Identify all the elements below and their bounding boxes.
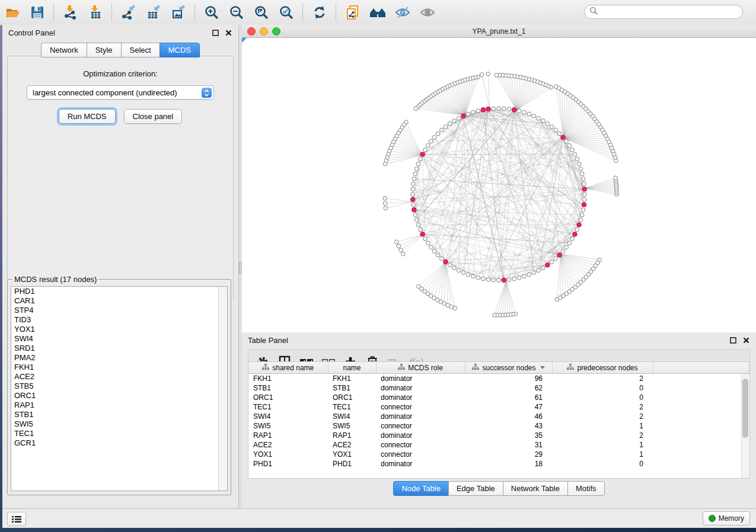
import-table-icon[interactable] xyxy=(87,4,104,21)
table-cell: dominator xyxy=(376,431,465,440)
table-cell: 2 xyxy=(552,374,653,384)
mcds-result-item[interactable]: STP4 xyxy=(11,306,227,315)
close-panel-button[interactable]: Close panel xyxy=(124,109,183,124)
table-cell: connector xyxy=(376,450,465,459)
shared-column-icon xyxy=(262,364,269,372)
table-row[interactable]: SWI4SWI4dominator462 xyxy=(248,412,749,421)
clone-network-icon[interactable] xyxy=(344,4,362,21)
column-header-name[interactable]: name xyxy=(328,362,376,374)
open-icon[interactable] xyxy=(4,4,21,21)
table-cell xyxy=(653,402,749,412)
table-row[interactable]: SWI5SWI5connector431 xyxy=(248,421,749,431)
mcds-list-scrollbar[interactable] xyxy=(218,287,227,491)
task-history-button[interactable] xyxy=(7,512,26,526)
network-canvas[interactable] xyxy=(242,38,756,333)
tab-edge-table[interactable]: Edge Table xyxy=(448,481,503,496)
mcds-result-item[interactable]: SRD1 xyxy=(11,344,227,353)
mcds-result-item[interactable]: SWI4 xyxy=(11,334,227,344)
column-header-shared-name[interactable]: shared name xyxy=(248,362,328,374)
node-table[interactable]: shared namenameMCDS rolesuccessor nodesp… xyxy=(248,361,750,479)
table-row[interactable]: RAP1RAP1dominator352 xyxy=(248,431,749,440)
table-cell: ACE2 xyxy=(328,440,376,450)
mcds-result-item[interactable]: ORC1 xyxy=(11,391,227,400)
close-panel-icon[interactable] xyxy=(742,336,750,344)
table-scrollbar[interactable] xyxy=(741,374,749,478)
table-cell: 2 xyxy=(552,402,653,412)
network-titlebar[interactable]: YPA_prune.txt_1 xyxy=(242,25,756,38)
table-row[interactable]: FKH1FKH1dominator962 xyxy=(248,374,749,384)
column-header-mcds-role[interactable]: MCDS role xyxy=(376,362,465,374)
table-row[interactable]: ORC1ORC1dominator610 xyxy=(248,393,749,402)
mcds-result-item[interactable]: ACE2 xyxy=(11,372,227,382)
mcds-result-item[interactable]: FKH1 xyxy=(11,363,227,372)
mcds-result-item[interactable]: PMA2 xyxy=(11,353,227,363)
close-panel-icon[interactable] xyxy=(224,28,232,37)
export-network-icon[interactable] xyxy=(120,4,138,21)
mcds-result-item[interactable]: STB5 xyxy=(11,382,227,391)
select-stepper-icon xyxy=(202,88,212,98)
tab-motifs[interactable]: Motifs xyxy=(567,481,605,496)
toolbar-separator xyxy=(194,4,196,21)
tab-style[interactable]: Style xyxy=(87,43,121,57)
zoom-fit-icon[interactable] xyxy=(253,4,270,21)
toolbar-separator xyxy=(111,4,113,21)
mcds-result-item[interactable]: PHD1 xyxy=(11,287,227,296)
binoculars-icon[interactable] xyxy=(369,4,387,21)
zoom-in-icon[interactable] xyxy=(203,4,221,21)
mcds-result-item[interactable]: SWI5 xyxy=(11,419,227,429)
float-panel-icon[interactable] xyxy=(211,28,219,37)
tab-select[interactable]: Select xyxy=(121,43,160,57)
zoom-selected-icon[interactable] xyxy=(277,4,295,21)
table-row[interactable]: PHD1PHD1dominator180 xyxy=(248,459,749,469)
table-row[interactable]: TEC1TEC1connector472 xyxy=(248,402,749,412)
status-bar: Memory xyxy=(2,508,756,528)
table-cell: dominator xyxy=(376,412,465,421)
mcds-result-item[interactable]: TEC1 xyxy=(11,429,227,438)
tab-network-table[interactable]: Network Table xyxy=(503,481,567,496)
run-mcds-button[interactable]: Run MCDS xyxy=(59,109,116,124)
table-scrollbar-thumb[interactable] xyxy=(742,379,748,438)
float-panel-icon[interactable] xyxy=(729,336,737,344)
mcds-result-item[interactable]: GCR1 xyxy=(11,438,227,448)
network-graph[interactable] xyxy=(242,38,756,333)
table-row[interactable]: STB1STB1dominator620 xyxy=(248,383,749,393)
column-header-predecessor-nodes[interactable]: predecessor nodes xyxy=(552,362,653,374)
table-cell: ORC1 xyxy=(248,393,328,402)
memory-button[interactable]: Memory xyxy=(703,511,750,525)
memory-status-icon xyxy=(709,515,716,522)
mcds-result-item[interactable]: RAP1 xyxy=(11,400,227,410)
table-cell: 62 xyxy=(465,383,552,393)
zoom-out-icon[interactable] xyxy=(228,4,245,21)
refresh-icon[interactable] xyxy=(311,4,328,21)
mcds-result-item[interactable]: TID3 xyxy=(11,315,227,325)
desktop: Control Panel NetworkStyleSelectMCDS Opt… xyxy=(0,0,756,532)
hide-selected-icon[interactable] xyxy=(394,4,412,21)
tab-mcds[interactable]: MCDS xyxy=(160,43,200,57)
mcds-tab-content: Optimization criterion: largest connecte… xyxy=(7,56,234,299)
export-table-icon[interactable] xyxy=(145,4,162,21)
tab-network[interactable]: Network xyxy=(41,43,87,57)
table-cell: dominator xyxy=(376,459,465,469)
sort-indicator-icon xyxy=(540,366,545,369)
control-panel-tabs: NetworkStyleSelectMCDS xyxy=(2,43,238,57)
show-all-icon[interactable] xyxy=(419,4,436,21)
mcds-result-item[interactable]: CAR1 xyxy=(11,296,227,306)
table-cell: RAP1 xyxy=(248,431,328,440)
table-cell: 1 xyxy=(552,450,653,459)
column-label: successor nodes xyxy=(482,364,535,372)
search-input[interactable] xyxy=(584,5,743,19)
column-header-spacer[interactable] xyxy=(653,362,749,374)
mcds-result-item[interactable]: YOX1 xyxy=(11,325,227,334)
table-row[interactable]: YOX1YOX1connector291 xyxy=(248,450,749,459)
column-label: MCDS role xyxy=(408,364,443,372)
mcds-result-list[interactable]: PHD1CAR1STP4TID3YOX1SWI4SRD1PMA2FKH1ACE2… xyxy=(11,286,228,491)
table-row[interactable]: ACE2ACE2connector311 xyxy=(248,440,749,450)
export-image-icon[interactable] xyxy=(170,4,187,21)
mcds-result-item[interactable]: STB1 xyxy=(11,410,227,419)
criterion-select[interactable]: largest connected component (undirected) xyxy=(27,85,214,100)
tab-node-table[interactable]: Node Table xyxy=(393,481,448,496)
import-network-icon[interactable] xyxy=(62,4,79,21)
table-cell: 0 xyxy=(552,383,653,393)
column-header-successor-nodes[interactable]: successor nodes xyxy=(465,362,552,374)
save-icon[interactable] xyxy=(28,4,46,21)
